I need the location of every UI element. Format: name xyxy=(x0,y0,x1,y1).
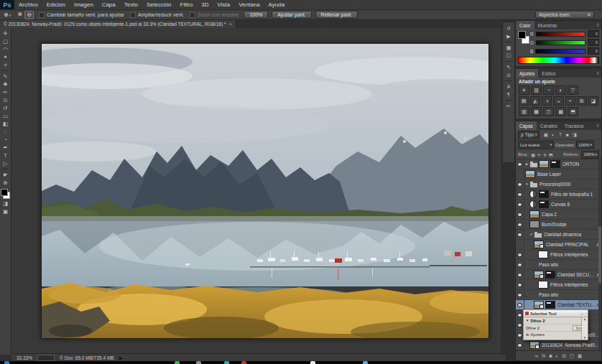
checkbox-cambiar-tama-o-vent-para-ajustar[interactable]: Cambiar tamaño vent. para ajustar xyxy=(39,12,124,18)
layer-visibility-toggle[interactable] xyxy=(516,230,524,239)
new-group-icon[interactable]: ⊟ xyxy=(562,353,565,359)
checkbox-ampliar-reducir-vent[interactable]: Ampliar/reducir vent. xyxy=(130,12,184,18)
eraser-tool[interactable]: ▭ xyxy=(1,112,10,120)
path-selection-tool[interactable]: ▷ xyxy=(1,159,10,167)
rellenar-pant-button[interactable]: Rellenar pant. xyxy=(315,11,358,19)
color-balance-icon[interactable]: ◭ xyxy=(530,96,540,106)
paragraph-panel-icon[interactable]: ¶ xyxy=(504,90,513,98)
blend-mode-select[interactable]: Luz suave ▾ xyxy=(518,141,554,149)
layer-row-burn-dodge[interactable]: Burn/Dodge xyxy=(516,220,601,230)
layer-row-filtro-de-fotograf-a-1[interactable]: Filtro de fotografía 1 xyxy=(516,190,601,200)
filter-adjustment-icon[interactable]: ◐ xyxy=(550,131,556,138)
menu-ayuda[interactable]: Ayuda xyxy=(264,1,290,8)
chevron-right-icon[interactable]: ▶ xyxy=(524,162,529,166)
status-arrow-icon[interactable]: ▶ xyxy=(119,355,123,361)
layer-thumbnail-image[interactable] xyxy=(525,170,535,178)
color-tab-muestras[interactable]: Muestras xyxy=(534,21,561,29)
slider-track-b[interactable] xyxy=(535,49,585,54)
vibrance-icon[interactable]: ▽ xyxy=(568,85,578,95)
selective-color-icon[interactable]: ▩ xyxy=(555,107,566,116)
gradient-map-icon[interactable]: ◫ xyxy=(543,107,554,116)
filter-image-icon[interactable]: ▣ xyxy=(542,131,549,138)
scroll-up-icon[interactable]: ▲ xyxy=(583,317,586,321)
foreground-color-swatch[interactable] xyxy=(518,31,526,39)
layer-visibility-toggle[interactable] xyxy=(516,260,524,269)
menu-texto[interactable]: Texto xyxy=(120,1,142,8)
history-brush-tool[interactable]: ↺ xyxy=(1,104,10,112)
panel-menu-icon[interactable]: ≡ xyxy=(594,69,601,78)
color-spectrum-bar[interactable] xyxy=(518,57,599,64)
photoshop-logo[interactable]: Ps xyxy=(0,0,14,9)
minimize-icon[interactable]: — xyxy=(580,312,583,316)
layer-thumbnail-white[interactable] xyxy=(538,281,548,289)
invert-icon[interactable]: ◪ xyxy=(588,96,598,106)
selective-tool-titlebar[interactable]: Selective Tool — ▫ xyxy=(524,310,588,317)
lock-pixels-icon[interactable]: ✏ xyxy=(537,152,541,157)
zoom-tool[interactable]: ⊕ xyxy=(1,179,10,187)
color-swatch-pair[interactable] xyxy=(518,31,528,50)
marquee-tool[interactable]: ▢ xyxy=(1,37,10,45)
layer-thumbnail-white[interactable] xyxy=(538,251,548,258)
posterize-icon[interactable]: ▨ xyxy=(519,107,529,116)
workspace-switcher[interactable]: Aspectos esen. ≡ xyxy=(535,11,594,19)
layer-thumbnail-gray[interactable] xyxy=(529,220,540,228)
type-tool[interactable]: T xyxy=(1,151,10,159)
photo-filter-icon[interactable]: ◒ xyxy=(553,96,563,106)
canvas-area[interactable] xyxy=(11,28,501,353)
character-panel-icon[interactable]: A xyxy=(504,83,513,90)
layer-row-claridad-secun[interactable]: Claridad SECUN...fx xyxy=(516,270,601,280)
layer-visibility-toggle[interactable] xyxy=(516,280,524,289)
layer-row-orton[interactable]: ▶ORTON xyxy=(516,159,601,169)
layer-filter-kind[interactable]: ρ Tipo ▾ xyxy=(518,131,540,139)
new-layer-icon[interactable]: ▢ xyxy=(570,353,574,359)
layer-visibility-toggle[interactable] xyxy=(516,210,524,219)
close-icon[interactable]: ▫ xyxy=(585,312,586,316)
color-lookup-icon[interactable]: ⊞ xyxy=(577,96,587,106)
layer-visibility-toggle[interactable] xyxy=(516,270,524,279)
gradient-tool[interactable]: ◧ xyxy=(1,120,10,128)
menu-vista[interactable]: Vista xyxy=(213,1,235,8)
selective-tool-panel[interactable]: Selective Tool — ▫ ▼ Dfine 2 Dfine 2 Siz… xyxy=(523,309,588,340)
layer-thumbnail-smart[interactable] xyxy=(534,241,544,248)
status-field[interactable] xyxy=(37,355,55,361)
layer-style-icon[interactable]: fx xyxy=(542,353,545,358)
layer-thumbnail-image[interactable] xyxy=(539,160,549,168)
layer-thumbnail-dark[interactable] xyxy=(545,271,555,279)
layer-row-20130824-norway-prad0-0129[interactable]: 20130824_Norway-Prad0_0129 xyxy=(516,340,601,350)
quick-mask-icon[interactable]: ◨ xyxy=(1,200,10,207)
add-mask-icon[interactable]: ◙ xyxy=(550,353,552,358)
curves-icon[interactable]: ◔ xyxy=(543,85,554,95)
zoom-in-button[interactable]: ⊕ xyxy=(16,11,24,18)
menu-edici-n[interactable]: Edición xyxy=(42,1,70,8)
layer-row-filtros-inteligentes[interactable]: Filtros inteligentes xyxy=(516,250,601,260)
layer-thumbnail-dark[interactable] xyxy=(539,190,549,198)
selective-tool-scrollbar[interactable]: ▲ ▼ xyxy=(581,317,588,340)
mini-bridge-panel-icon[interactable]: ✂ xyxy=(504,102,513,110)
layer-row-filtros-inteligentes[interactable]: Filtros inteligentes xyxy=(516,280,601,290)
panel-menu-icon[interactable]: ≡ xyxy=(594,121,601,130)
selective-tool-group-row[interactable]: ▼ Dfine 2 xyxy=(524,317,588,325)
close-tab-icon[interactable]: × xyxy=(229,22,232,27)
filter-smart-icon[interactable]: ◨ xyxy=(571,131,578,138)
brightness-contrast-icon[interactable]: ☀ xyxy=(519,85,529,95)
layer-visibility-toggle[interactable] xyxy=(516,169,524,179)
actions-panel-icon[interactable]: ▶ xyxy=(504,32,513,40)
layer-row-claridad-textu[interactable]: Claridad TEXTU...fx xyxy=(516,300,601,310)
lock-position-icon[interactable]: ✛ xyxy=(543,152,547,157)
ajustar-pant-button[interactable]: Ajustar pant. xyxy=(272,11,311,19)
lock-transparency-icon[interactable]: ▦ xyxy=(531,152,535,157)
menu-ventana[interactable]: Ventana xyxy=(234,1,264,8)
opacity-value[interactable]: 100% ▾ xyxy=(576,141,594,149)
layer-visibility-toggle[interactable] xyxy=(516,190,524,199)
crop-tool[interactable]: ⌗ xyxy=(1,61,10,69)
menu-imagen[interactable]: Imagen xyxy=(70,1,98,8)
info-panel-icon[interactable]: ⓘ xyxy=(504,52,513,60)
fill-value[interactable]: 100% ▾ xyxy=(581,151,599,159)
scroll-down-icon[interactable]: ▼ xyxy=(583,336,586,340)
layer-visibility-toggle[interactable] xyxy=(516,179,524,189)
zoom-out-button[interactable]: ⊖ xyxy=(24,11,34,19)
document-tab[interactable]: © 20130824_Norway-Prad0_0129 como objeto… xyxy=(0,20,236,28)
checkbox-zoom-con-arrastre[interactable]: Zoom con arrastre xyxy=(190,12,239,18)
100-button[interactable]: 100% xyxy=(244,11,268,19)
layer-row-claridad-principal[interactable]: Claridad PRINCIPALfx xyxy=(516,240,601,250)
